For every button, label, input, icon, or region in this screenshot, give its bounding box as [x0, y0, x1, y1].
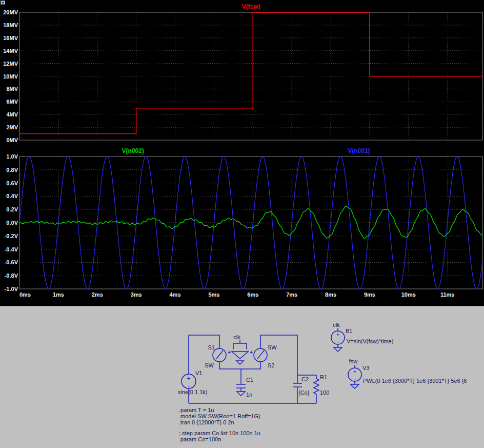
x-axis-tick-label: 4ms	[170, 291, 181, 298]
c1-ground-icon	[237, 392, 245, 396]
v1-ref-label[interactable]: V1	[195, 370, 202, 376]
y-axis-tick-label: 0.4V	[6, 193, 18, 199]
v3-ground-icon	[351, 384, 359, 388]
x-axis-tick-label: 6ms	[247, 291, 258, 298]
directive-param-t[interactable]: .param T = 1u	[179, 407, 214, 413]
x-axis-tick-label: 7ms	[286, 291, 297, 298]
v1-plus: +	[187, 376, 191, 381]
y-axis-tick-label: -0.4V	[5, 246, 18, 252]
y-axis-tick-label: 16MV	[3, 35, 18, 41]
s2-ref-label[interactable]: S2	[268, 362, 274, 368]
x-axis-tick-label: 8ms	[325, 291, 336, 298]
control-triangle	[232, 352, 248, 359]
wire-node-a[interactable]	[219, 362, 260, 369]
y-axis-tick-label: 4MV	[6, 111, 18, 118]
v3-voltage-source[interactable]: + -	[348, 365, 361, 388]
y-axis-tick-label: 2MV	[6, 124, 18, 130]
trace-legend-V(n002)[interactable]: V(n002)	[122, 147, 144, 154]
x-axis-tick-label: 9ms	[364, 291, 375, 298]
waveform-viewer[interactable]: 0MV2MV4MV6MV8MV10MV12MV14MV16MV18MV20MVV…	[0, 0, 484, 306]
schematic-editor[interactable]: + - + +	[0, 306, 484, 448]
x-axis-tick-label: 2ms	[92, 291, 103, 298]
c1-ref-label[interactable]: C1	[246, 377, 253, 383]
y-axis-tick-label: 8MV	[6, 86, 18, 92]
c1-value-label[interactable]: 1n	[246, 392, 252, 398]
v3-value-label[interactable]: PWL(0 1e6 {3000*T} 1e6 {3001*T} 5e6 {6	[363, 378, 467, 384]
y-axis-tick-label: 14MV	[3, 48, 18, 54]
y-axis-tick-label: 10MV	[3, 73, 18, 80]
control-wire	[233, 343, 247, 349]
y-axis-tick-label: 0.0V	[6, 220, 18, 226]
x-axis-tick-label: 5ms	[208, 291, 219, 298]
b1-value-label[interactable]: V=sin(V(fsw)*time)	[347, 338, 393, 344]
c2-ref-label[interactable]: C2	[301, 376, 309, 382]
y-axis-tick-label: 20MV	[3, 9, 18, 15]
y-axis-tick-label: -0.2V	[5, 233, 18, 239]
x-axis-tick-label: 1ms	[53, 291, 64, 298]
directive-step-comment[interactable]: ;.step param Co list 10n 100n 1u	[179, 430, 260, 436]
r1-ref-label[interactable]: R1	[320, 374, 327, 380]
s2-model-label[interactable]: SW	[268, 344, 277, 350]
schematic-canvas[interactable]: + - + +	[0, 306, 484, 448]
s2-lever	[257, 350, 264, 359]
wire-v1-to-s1[interactable]	[189, 335, 219, 374]
switch-control-network[interactable]: + +	[227, 340, 253, 364]
r1-value-label[interactable]: 100	[320, 389, 329, 396]
v1-voltage-source[interactable]: + -	[182, 374, 196, 388]
s2-switch[interactable]	[254, 348, 267, 362]
r1-zigzag	[314, 379, 319, 394]
s1-model-label[interactable]: SW	[205, 362, 214, 368]
directive-tran[interactable]: .tran 0 {12000*T} 0 2n	[179, 419, 234, 425]
c2-value-label[interactable]: {Co}	[298, 389, 310, 396]
y-axis-tick-label: 0.6V	[6, 180, 18, 186]
waveform-plot-svg[interactable]: 0MV2MV4MV6MV8MV10MV12MV14MV16MV18MV20MVV…	[0, 0, 484, 306]
y-axis-tick-label: 0.2V	[6, 206, 18, 212]
b1-ground-icon	[334, 347, 342, 352]
plot-pane-2[interactable]: -1.0V-0.8V-0.6V-0.4V-0.2V0.0V0.2V0.4V0.6…	[5, 147, 482, 298]
directive-model-sw[interactable]: .model SW SW(Ron=1 Roff=1G)	[179, 413, 260, 419]
b1-plus: +	[336, 332, 340, 337]
y-axis-tick-label: -0.8V	[5, 272, 18, 279]
s1-lever	[216, 350, 223, 359]
y-axis-tick-label: 0MV	[6, 137, 18, 143]
b1-ref-label[interactable]: B1	[346, 328, 352, 334]
b1-behavioral-source[interactable]: + -	[331, 328, 345, 352]
y-axis-tick-label: 18MV	[3, 22, 18, 28]
x-axis-tick-label: 0ms	[19, 291, 31, 298]
x-axis-tick-label: 11ms	[440, 291, 455, 298]
y-axis-tick-label: -1.0V	[5, 286, 18, 292]
r1-resistor[interactable]	[314, 379, 319, 394]
control-ground-icon	[236, 361, 244, 364]
v1-minus: -	[188, 383, 190, 388]
v3-minus: -	[354, 376, 356, 381]
v3-plus: +	[353, 369, 357, 374]
trace-legend-V(n001)[interactable]: V(n001)	[348, 147, 370, 154]
v3-ref-label[interactable]: V3	[362, 365, 369, 371]
x-axis-tick-label: 10ms	[401, 291, 416, 298]
s1-ref-label[interactable]: S1	[208, 344, 215, 350]
y-axis-tick-label: 6MV	[6, 99, 18, 105]
directive-param-co[interactable]: .param Co=100n	[179, 436, 221, 442]
y-axis-tick-label: 0.8V	[6, 167, 18, 173]
s2-control-plus: +	[249, 349, 253, 355]
b1-minus: -	[337, 339, 339, 344]
clk-net-label[interactable]: clk	[233, 334, 240, 340]
window-icon[interactable]	[1, 1, 5, 5]
v1-value-label[interactable]: sine(0 1 1k)	[178, 389, 207, 395]
trace-legend-V(fsw)[interactable]: V(fsw)	[242, 3, 260, 10]
y-axis-tick-label: -0.6V	[5, 259, 18, 265]
c2-capacitor[interactable]	[293, 383, 302, 387]
c1-capacitor[interactable]	[236, 384, 246, 396]
b1-clk-net-label[interactable]: clk	[333, 322, 340, 328]
plot-pane-1[interactable]: 0MV2MV4MV6MV8MV10MV12MV14MV16MV18MV20MVV…	[3, 3, 482, 143]
fsw-net-label[interactable]: fsw	[349, 358, 358, 364]
y-axis-tick-label: 1.0V	[6, 153, 18, 160]
y-axis-tick-label: 12MV	[3, 61, 18, 67]
wire-s2-to-output[interactable]	[260, 335, 316, 375]
s1-control-plus: +	[227, 349, 231, 355]
x-axis-tick-label: 3ms	[131, 291, 142, 298]
